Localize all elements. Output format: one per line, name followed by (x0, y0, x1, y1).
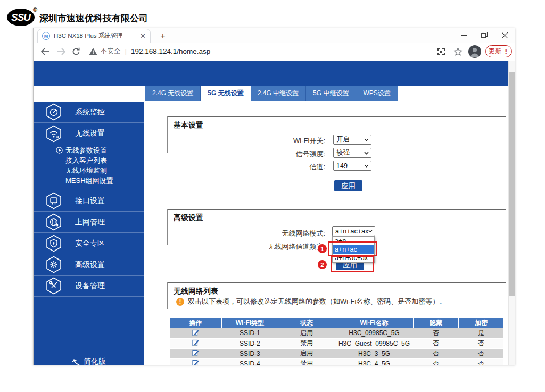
basic-field-select-0[interactable]: 开启 (333, 135, 371, 145)
sidebar-nav: 系统监控无线设置无线参数设置接入客户列表无线环境监测MESH组网设置接口设置上网… (34, 102, 144, 365)
main-content: 基本设置 Wi-Fi开关:开启信号强度:较强信道:149 应用 高级设置 无线网… (144, 101, 509, 365)
not-secure-warning-icon (89, 47, 97, 56)
encrypted-cell: 否 (458, 358, 503, 365)
qr-code-icon[interactable] (436, 46, 447, 57)
shield-icon (45, 235, 62, 252)
address-bar-url[interactable]: 192.168.124.1/home.asp (131, 47, 210, 55)
section-divider (167, 209, 506, 210)
annotation-box-1 (328, 241, 377, 256)
basic-field-label-1: 信号强度: (197, 149, 325, 159)
new-tab-button[interactable]: + (157, 30, 169, 42)
wireless-mode-select[interactable]: a+n+ac+ax (332, 226, 375, 236)
table-row-SSID-3[interactable]: SSID-3启用H3C_3_5G否否 (170, 348, 503, 358)
sidebar-item-wifi[interactable]: 无线设置 (34, 123, 144, 144)
monitor-icon (45, 103, 62, 121)
edit-icon[interactable] (192, 359, 199, 365)
tab-favicon-icon: M (42, 32, 50, 40)
status-cell: 禁用 (278, 338, 335, 348)
page-tab-0[interactable]: 2.4G 无线设置 (145, 86, 201, 101)
basic-apply-button[interactable]: 应用 (334, 180, 362, 191)
window-close-button[interactable] (494, 28, 515, 42)
sidebar-subitem-0-active[interactable]: 无线参数设置 (34, 145, 144, 155)
sidebar-item-gear[interactable]: 高级设置 (34, 254, 144, 276)
profile-avatar[interactable] (468, 45, 481, 58)
page-tab-3[interactable]: 5G 中继设置 (306, 86, 356, 101)
wifi-name-cell: H3C_3_5G (335, 348, 413, 358)
sidebar-subitem-1[interactable]: 接入客户列表 (34, 155, 144, 165)
table-row-SSID-1[interactable]: SSID-1启用H3C_09985C_5G否是 (170, 328, 503, 338)
hidden-cell: 否 (414, 358, 459, 365)
table-col-header-5: 加密 (458, 318, 503, 328)
scrollbar-thumb[interactable] (509, 72, 515, 296)
table-row-SSID-2[interactable]: SSID-2禁用H3C_Guest_09985C_5G否否 (170, 338, 503, 348)
page-tab-2[interactable]: 2.4G 中继设置 (251, 86, 306, 101)
page-tab-1[interactable]: 5G 无线设置 (201, 86, 250, 101)
encrypted-cell: 是 (458, 328, 503, 338)
advanced-settings-title: 高级设置 (174, 213, 203, 223)
logo-bar: SSU ® 深圳市速速优科技有限公司 (0, 0, 545, 28)
forward-button[interactable] (55, 46, 66, 57)
edit-cell[interactable] (170, 358, 221, 365)
bookmark-star-icon[interactable] (452, 46, 463, 57)
tools-icon (45, 277, 62, 295)
section-tick (167, 116, 168, 153)
sidebar-item-interface[interactable]: 接口设置 (34, 190, 144, 212)
chevron-down-icon (364, 152, 369, 155)
chrome-update-button[interactable]: 更新 ⋮ (485, 45, 512, 57)
vertical-scrollbar[interactable] (508, 61, 515, 365)
table-header-row: 操作Wi-Fi类型状态Wi-Fi名称隐藏加密 (170, 318, 503, 328)
sidebar-subitem-2[interactable]: 无线环境监测 (34, 165, 144, 176)
annotation-badge-1: 1 (318, 244, 327, 253)
wifi-name-cell: H3C_Guest_09985C_5G (335, 338, 413, 348)
wireless-tab-bar: 2.4G 无线设置5G 无线设置2.4G 中继设置5G 中继设置WPS设置 (145, 86, 398, 101)
reload-button[interactable] (71, 46, 81, 57)
wifi-name-cell: H3C_09985C_5G (335, 328, 413, 338)
note-text: 双击以下表项，可以修改选定无线网络的参数（如Wi-Fi名称、密码、是否加密等）。 (188, 297, 446, 306)
company-name: 深圳市速速优科技有限公司 (39, 12, 148, 24)
table-col-header-0: 操作 (170, 318, 221, 328)
site-security-chip[interactable]: 不安全 | 192.168.124.1/home.asp (89, 47, 210, 56)
edit-cell[interactable] (170, 328, 221, 338)
sidebar-item-globe[interactable]: 上网管理 (34, 212, 144, 233)
wifi-name-cell: H3C_4_5G (335, 358, 413, 365)
sidebar-item-monitor[interactable]: 系统监控 (34, 102, 144, 123)
basic-field-label-2: 信道: (197, 162, 325, 172)
basic-settings-title: 基本设置 (174, 121, 203, 130)
edit-icon[interactable] (192, 349, 199, 356)
chevron-down-icon (368, 230, 373, 233)
sidebar-subitem-3[interactable]: MESH组网设置 (34, 176, 144, 186)
browser-toolbar: 不安全 | 192.168.124.1/home.asp 更新 ⋮ (34, 43, 515, 61)
selected-radio-icon (56, 147, 63, 154)
back-button[interactable] (40, 46, 51, 57)
url-divider: | (125, 47, 127, 55)
update-label: 更新 (489, 47, 501, 56)
basic-field-select-2[interactable]: 149 (333, 161, 371, 171)
sidebar-item-simple-version[interactable]: 简化版 (34, 355, 144, 365)
table-row-SSID-4[interactable]: SSID-4禁用H3C_4_5G否否 (170, 358, 503, 365)
window-restore-button[interactable] (474, 28, 494, 42)
company-logo: SSU (7, 9, 35, 26)
wifi-type-cell: SSID-2 (221, 338, 278, 348)
sidebar-item-tools[interactable]: 设备管理 (34, 276, 144, 297)
sidebar-item-shield[interactable]: 安全专区 (34, 233, 144, 254)
edit-cell[interactable] (170, 338, 221, 348)
table-col-header-2: 状态 (278, 318, 335, 328)
globe-icon (45, 213, 62, 231)
status-cell: 启用 (278, 348, 335, 358)
edit-cell[interactable] (170, 348, 221, 358)
edit-icon[interactable] (192, 339, 199, 346)
page-tab-4[interactable]: WPS设置 (356, 86, 397, 101)
tab-close-icon[interactable]: ✕ (140, 32, 146, 40)
encrypted-cell: 否 (458, 348, 503, 358)
edit-icon[interactable] (192, 329, 199, 336)
encrypted-cell: 否 (458, 338, 503, 348)
security-label: 不安全 (101, 47, 121, 56)
annotation-box-2 (331, 256, 374, 272)
hidden-cell: 否 (414, 338, 459, 348)
annotation-badge-2: 2 (318, 260, 327, 269)
browser-tab[interactable]: M H3C NX18 Plus 系统管理 ✕ (37, 29, 151, 43)
window-minimize-button[interactable] (454, 28, 474, 42)
gear-icon (45, 256, 62, 273)
wifi-type-cell: SSID-1 (221, 328, 278, 338)
basic-field-select-1[interactable]: 较强 (333, 148, 371, 158)
